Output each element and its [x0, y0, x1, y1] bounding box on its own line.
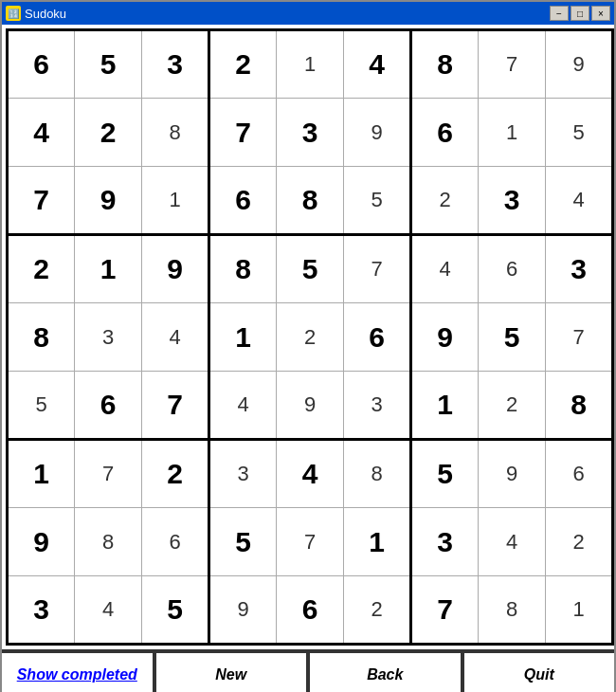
minimize-button[interactable]: − [550, 6, 569, 21]
table-row[interactable]: 4 [277, 440, 344, 508]
table-row[interactable]: 7 [411, 576, 479, 645]
table-row[interactable]: 2 [142, 440, 209, 508]
table-row[interactable]: 6 [8, 30, 75, 99]
title-bar: 🔢 Sudoku − □ × [2, 2, 614, 25]
table-row[interactable]: 7 [8, 167, 75, 235]
table-row[interactable]: 2 [277, 303, 344, 372]
table-row[interactable]: 6 [344, 303, 411, 372]
table-row[interactable]: 2 [75, 99, 142, 167]
table-row[interactable]: 1 [277, 30, 344, 99]
table-row[interactable]: 3 [277, 99, 344, 167]
table-row[interactable]: 5 [411, 440, 479, 508]
table-row[interactable]: 9 [546, 30, 613, 99]
table-row[interactable]: 9 [142, 235, 209, 303]
table-row[interactable]: 6 [411, 99, 479, 167]
table-row[interactable]: 5 [344, 167, 411, 235]
table-row[interactable]: 9 [344, 99, 411, 167]
table-row[interactable]: 4 [8, 99, 75, 167]
table-row[interactable]: 6 [479, 235, 546, 303]
table-row[interactable]: 4 [142, 303, 209, 372]
table-row[interactable]: 3 [75, 303, 142, 372]
table-row[interactable]: 7 [277, 508, 344, 576]
table-row[interactable]: 1 [8, 440, 75, 508]
table-row[interactable]: 1 [411, 372, 479, 440]
table-row[interactable]: 5 [546, 99, 613, 167]
table-row[interactable]: 7 [142, 372, 209, 440]
show-completed-button[interactable]: Show completed [2, 651, 154, 692]
app-icon: 🔢 [6, 6, 21, 21]
table-row[interactable]: 4 [344, 30, 411, 99]
quit-button[interactable]: Quit [462, 651, 615, 692]
table-row[interactable]: 9 [209, 576, 277, 645]
table-row[interactable]: 9 [277, 372, 344, 440]
table-row[interactable]: 1 [479, 99, 546, 167]
sudoku-table: 6532148794287396157916852342198574638341… [6, 28, 614, 646]
table-row[interactable]: 9 [8, 508, 75, 576]
table-row[interactable]: 8 [479, 576, 546, 645]
table-row[interactable]: 5 [142, 576, 209, 645]
table-row[interactable]: 8 [411, 30, 479, 99]
table-row[interactable]: 2 [8, 235, 75, 303]
table-row[interactable]: 1 [75, 235, 142, 303]
table-row[interactable]: 9 [479, 440, 546, 508]
table-row[interactable]: 8 [8, 303, 75, 372]
table-row[interactable]: 1 [209, 303, 277, 372]
table-row[interactable]: 3 [344, 372, 411, 440]
table-row[interactable]: 8 [75, 508, 142, 576]
table-row[interactable]: 8 [142, 99, 209, 167]
table-row[interactable]: 4 [209, 372, 277, 440]
title-bar-controls: − □ × [550, 6, 610, 21]
table-row[interactable]: 5 [209, 508, 277, 576]
table-row[interactable]: 8 [344, 440, 411, 508]
table-row[interactable]: 4 [75, 576, 142, 645]
table-row[interactable]: 6 [75, 372, 142, 440]
table-row[interactable]: 6 [142, 508, 209, 576]
table-row[interactable]: 3 [142, 30, 209, 99]
table-row[interactable]: 5 [8, 372, 75, 440]
maximize-button[interactable]: □ [571, 6, 589, 21]
table-row[interactable]: 1 [546, 576, 613, 645]
table-row[interactable]: 9 [75, 167, 142, 235]
table-row[interactable]: 5 [277, 235, 344, 303]
new-button[interactable]: New [154, 651, 309, 692]
table-row[interactable]: 6 [277, 576, 344, 645]
table-row[interactable]: 2 [209, 30, 277, 99]
table-row[interactable]: 7 [209, 99, 277, 167]
table-row[interactable]: 7 [344, 235, 411, 303]
table-row[interactable]: 3 [411, 508, 479, 576]
title-bar-left: 🔢 Sudoku [6, 6, 66, 21]
table-row[interactable]: 5 [479, 303, 546, 372]
main-window: 🔢 Sudoku − □ × 6532148794287396157916852… [0, 0, 616, 692]
table-row[interactable]: 3 [209, 440, 277, 508]
table-row[interactable]: 2 [479, 372, 546, 440]
table-row[interactable]: 4 [411, 235, 479, 303]
table-row[interactable]: 2 [546, 508, 613, 576]
table-row[interactable]: 6 [546, 440, 613, 508]
back-button[interactable]: Back [308, 651, 462, 692]
table-row[interactable]: 6 [209, 167, 277, 235]
table-row[interactable]: 7 [479, 30, 546, 99]
table-row[interactable]: 3 [8, 576, 75, 645]
table-row[interactable]: 3 [479, 167, 546, 235]
table-row[interactable]: 8 [277, 167, 344, 235]
table-row[interactable]: 4 [546, 167, 613, 235]
table-row[interactable]: 5 [75, 30, 142, 99]
table-row[interactable]: 4 [479, 508, 546, 576]
close-button[interactable]: × [591, 6, 610, 21]
table-row[interactable]: 1 [344, 508, 411, 576]
table-row[interactable]: 3 [546, 235, 613, 303]
window-title: Sudoku [25, 7, 66, 21]
table-row[interactable]: 7 [75, 440, 142, 508]
table-row[interactable]: 8 [209, 235, 277, 303]
table-row[interactable]: 1 [142, 167, 209, 235]
table-row[interactable]: 9 [411, 303, 479, 372]
table-row[interactable]: 2 [344, 576, 411, 645]
sudoku-grid: 6532148794287396157916852342198574638341… [2, 25, 614, 649]
bottom-bar: Show completed New Back Quit [2, 649, 614, 692]
table-row[interactable]: 8 [546, 372, 613, 440]
table-row[interactable]: 7 [546, 303, 613, 372]
table-row[interactable]: 2 [411, 167, 479, 235]
